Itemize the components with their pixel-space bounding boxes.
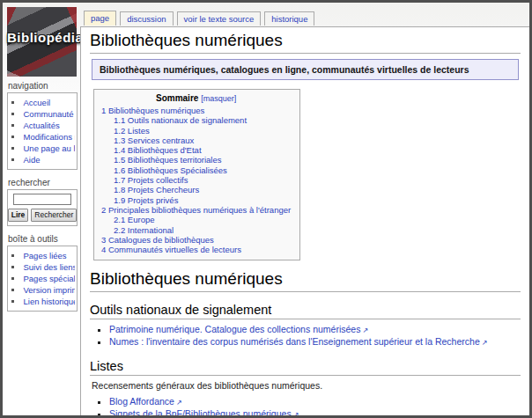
sidebar-item-modifications-recentes[interactable]: Modifications récentes — [11, 131, 75, 143]
wiki-link[interactable]: Patrimoine numérique. Catalogue des coll… — [109, 324, 360, 334]
toc-item[interactable]: 1.1 Outils nationaux de signalement — [101, 115, 291, 125]
listes-links-list: Blog Affordance↗ Signets de la BnF/Bibli… — [109, 396, 521, 415]
toolbox-item-version-imprimable[interactable]: Version imprimable — [11, 284, 75, 296]
sidebar: navigation Accueil Communauté Actualités… — [7, 80, 78, 319]
search-title: rechercher — [7, 177, 78, 189]
search-go-button[interactable]: Lire — [8, 209, 29, 222]
table-of-contents: Sommaire [masquer] 1 Bibliothèques numér… — [93, 89, 300, 260]
navigation-title: navigation — [7, 80, 78, 92]
sidebar-item-actualites[interactable]: Actualités — [11, 120, 75, 131]
sidebar-toolbox: boîte à outils Pages liées Suivi des lie… — [7, 233, 78, 312]
toc-item[interactable]: 1.3 Services centraux — [101, 136, 291, 145]
toolbox-item-pages-speciales[interactable]: Pages spéciales — [11, 273, 75, 284]
site-logo-label: Bibliopédia — [7, 30, 77, 45]
tab-history[interactable]: historique — [264, 11, 314, 26]
section-heading-outils-nationaux: Outils nationaux de signalement — [90, 303, 521, 319]
sidebar-navigation: navigation Accueil Communauté Actualités… — [7, 80, 78, 170]
external-link-icon: ↗ — [293, 411, 299, 415]
page-title: Bibliothèques numériques — [90, 31, 521, 54]
site-logo[interactable]: Bibliopédia — [7, 7, 77, 77]
toolbox-title: boîte à outils — [7, 233, 78, 246]
external-link-icon: ↗ — [362, 326, 368, 334]
sidebar-search: rechercher Lire Rechercher — [7, 177, 78, 226]
list-item: Blog Affordance↗ — [109, 396, 521, 408]
toc-title: Sommaire — [156, 93, 198, 103]
search-fulltext-button[interactable]: Rechercher — [31, 209, 77, 222]
toc-item[interactable]: 1.2 Listes — [101, 126, 291, 136]
main-content: Bibliothèques numériques Bibliothèques n… — [80, 26, 529, 415]
toc-item[interactable]: 2 Principales bibliothèques numériques à… — [101, 205, 291, 215]
sidebar-item-aide[interactable]: Aide — [11, 154, 75, 165]
toolbox-item-lien-historique[interactable]: Lien historique — [11, 296, 75, 307]
search-input[interactable] — [13, 194, 71, 205]
section-heading-listes: Listes — [90, 359, 521, 376]
toc-item[interactable]: 1.8 Projets Chercheurs — [101, 185, 291, 194]
external-link[interactable]: Blog Affordance — [109, 396, 174, 407]
toolbox-item-suivi-des-liens[interactable]: Suivi des liens — [11, 261, 75, 273]
outils-links-list: Patrimoine numérique. Catalogue des coll… — [109, 324, 521, 348]
tab-page[interactable]: page — [84, 11, 116, 26]
toc-item[interactable]: 1.7 Projets collectifs — [101, 175, 291, 185]
browser-page: Bibliopédia page discussion voir le text… — [0, 0, 532, 418]
toc-item[interactable]: 1.5 Bibliothèques territoriales — [101, 155, 291, 165]
sidebar-item-accueil[interactable]: Accueil — [11, 97, 75, 108]
list-item: Numes : l'inventaire des corpus numérisé… — [109, 336, 521, 348]
list-item: Signets de la BnF/Bibliothèques numériqu… — [109, 408, 521, 415]
tab-view-source[interactable]: voir le texte source — [177, 11, 262, 26]
external-link-icon: ↗ — [482, 339, 488, 347]
external-link[interactable]: Signets de la BnF/Bibliothèques numériqu… — [109, 408, 292, 415]
listes-intro: Recensements généraux des bibliothèques … — [92, 380, 521, 391]
page-tabs: page discussion voir le texte source his… — [84, 11, 314, 26]
toc-item[interactable]: 2.1 Europe — [101, 215, 291, 224]
sidebar-item-communaute[interactable]: Communauté — [11, 108, 75, 120]
toc-item[interactable]: 2.2 International — [101, 225, 291, 235]
section-heading-bibliotheques-numeriques: Bibliothèques numériques — [90, 269, 521, 292]
toc-item[interactable]: 1.9 Projets privés — [101, 195, 291, 205]
toc-hide-link[interactable]: [masquer] — [201, 94, 236, 103]
tab-discussion[interactable]: discussion — [120, 11, 173, 26]
toc-item[interactable]: 1.6 Bibliothèques Spécialisées — [101, 165, 291, 175]
sidebar-item-page-au-hasard[interactable]: Une page au hasard — [11, 143, 75, 154]
page-subtitle-banner: Bibliothèques numériques, catalogues en … — [92, 59, 519, 80]
toc-item[interactable]: 1 Bibliothèques numériques — [101, 106, 291, 115]
toolbox-item-pages-liees[interactable]: Pages liées — [11, 250, 75, 261]
toc-item[interactable]: 3 Catalogues de bibliothèques — [101, 235, 291, 245]
wiki-link[interactable]: Numes : l'inventaire des corpus numérisé… — [109, 336, 480, 347]
toc-item[interactable]: 4 Communautés virtuelles de lecteurs — [101, 245, 291, 254]
toc-item[interactable]: 1.4 Bibliothèques d'Etat — [101, 145, 291, 155]
external-link-icon: ↗ — [176, 399, 182, 407]
list-item: Patrimoine numérique. Catalogue des coll… — [109, 324, 521, 336]
